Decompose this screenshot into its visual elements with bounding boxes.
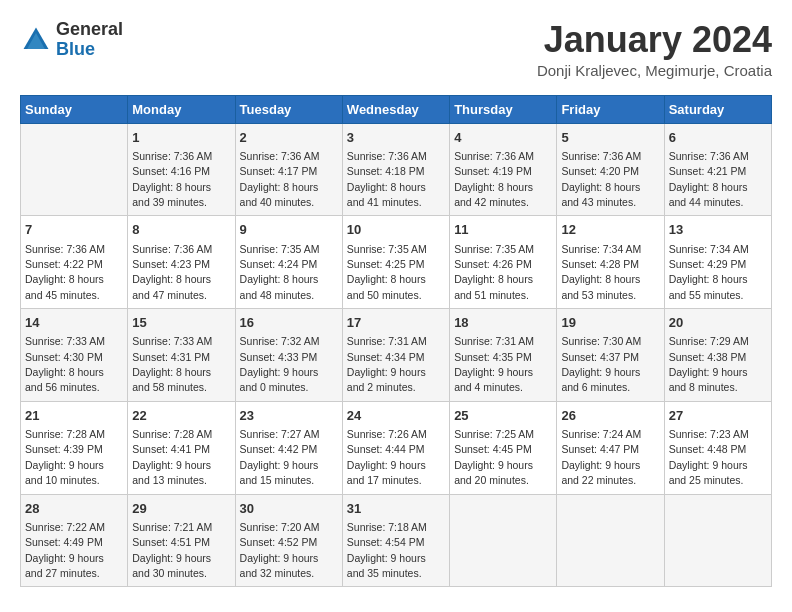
daylight-info: Daylight: 9 hours and 8 minutes. [669, 366, 748, 393]
sunrise-info: Sunrise: 7:36 AM [25, 243, 105, 255]
calendar-cell: 23 Sunrise: 7:27 AM Sunset: 4:42 PM Dayl… [235, 401, 342, 494]
day-number: 6 [669, 129, 767, 147]
sunrise-info: Sunrise: 7:36 AM [132, 243, 212, 255]
sunset-info: Sunset: 4:20 PM [561, 165, 639, 177]
day-number: 26 [561, 407, 659, 425]
sunrise-info: Sunrise: 7:34 AM [561, 243, 641, 255]
calendar-cell: 16 Sunrise: 7:32 AM Sunset: 4:33 PM Dayl… [235, 309, 342, 402]
daylight-info: Daylight: 8 hours and 53 minutes. [561, 273, 640, 300]
daylight-info: Daylight: 8 hours and 45 minutes. [25, 273, 104, 300]
logo-icon [20, 24, 52, 56]
sunset-info: Sunset: 4:45 PM [454, 443, 532, 455]
daylight-info: Daylight: 8 hours and 58 minutes. [132, 366, 211, 393]
daylight-info: Daylight: 8 hours and 51 minutes. [454, 273, 533, 300]
sunset-info: Sunset: 4:25 PM [347, 258, 425, 270]
sunset-info: Sunset: 4:41 PM [132, 443, 210, 455]
sunset-info: Sunset: 4:16 PM [132, 165, 210, 177]
sunrise-info: Sunrise: 7:35 AM [347, 243, 427, 255]
sunrise-info: Sunrise: 7:24 AM [561, 428, 641, 440]
calendar-cell: 19 Sunrise: 7:30 AM Sunset: 4:37 PM Dayl… [557, 309, 664, 402]
day-number: 15 [132, 314, 230, 332]
calendar-week-row: 7 Sunrise: 7:36 AM Sunset: 4:22 PM Dayli… [21, 216, 772, 309]
weekday-header: Tuesday [235, 95, 342, 123]
sunrise-info: Sunrise: 7:35 AM [454, 243, 534, 255]
day-number: 27 [669, 407, 767, 425]
logo-general: General [56, 19, 123, 39]
weekday-header: Saturday [664, 95, 771, 123]
daylight-info: Daylight: 8 hours and 41 minutes. [347, 181, 426, 208]
logo: General Blue [20, 20, 123, 60]
title-block: January 2024 Donji Kraljevec, Megimurje,… [537, 20, 772, 79]
calendar-cell: 9 Sunrise: 7:35 AM Sunset: 4:24 PM Dayli… [235, 216, 342, 309]
sunrise-info: Sunrise: 7:26 AM [347, 428, 427, 440]
calendar-subtitle: Donji Kraljevec, Megimurje, Croatia [537, 62, 772, 79]
daylight-info: Daylight: 8 hours and 50 minutes. [347, 273, 426, 300]
calendar-cell: 12 Sunrise: 7:34 AM Sunset: 4:28 PM Dayl… [557, 216, 664, 309]
calendar-cell [664, 494, 771, 587]
sunrise-info: Sunrise: 7:31 AM [454, 335, 534, 347]
daylight-info: Daylight: 8 hours and 44 minutes. [669, 181, 748, 208]
sunset-info: Sunset: 4:34 PM [347, 351, 425, 363]
sunset-info: Sunset: 4:22 PM [25, 258, 103, 270]
sunset-info: Sunset: 4:51 PM [132, 536, 210, 548]
calendar-cell: 11 Sunrise: 7:35 AM Sunset: 4:26 PM Dayl… [450, 216, 557, 309]
weekday-header: Wednesday [342, 95, 449, 123]
sunrise-info: Sunrise: 7:23 AM [669, 428, 749, 440]
calendar-cell: 7 Sunrise: 7:36 AM Sunset: 4:22 PM Dayli… [21, 216, 128, 309]
sunset-info: Sunset: 4:38 PM [669, 351, 747, 363]
sunrise-info: Sunrise: 7:25 AM [454, 428, 534, 440]
sunset-info: Sunset: 4:47 PM [561, 443, 639, 455]
calendar-cell: 29 Sunrise: 7:21 AM Sunset: 4:51 PM Dayl… [128, 494, 235, 587]
day-number: 17 [347, 314, 445, 332]
sunrise-info: Sunrise: 7:33 AM [25, 335, 105, 347]
calendar-cell: 17 Sunrise: 7:31 AM Sunset: 4:34 PM Dayl… [342, 309, 449, 402]
daylight-info: Daylight: 8 hours and 47 minutes. [132, 273, 211, 300]
day-number: 24 [347, 407, 445, 425]
calendar-cell: 13 Sunrise: 7:34 AM Sunset: 4:29 PM Dayl… [664, 216, 771, 309]
daylight-info: Daylight: 9 hours and 32 minutes. [240, 552, 319, 579]
sunrise-info: Sunrise: 7:36 AM [347, 150, 427, 162]
daylight-info: Daylight: 8 hours and 40 minutes. [240, 181, 319, 208]
calendar-week-row: 21 Sunrise: 7:28 AM Sunset: 4:39 PM Dayl… [21, 401, 772, 494]
calendar-cell: 10 Sunrise: 7:35 AM Sunset: 4:25 PM Dayl… [342, 216, 449, 309]
sunrise-info: Sunrise: 7:28 AM [25, 428, 105, 440]
sunset-info: Sunset: 4:52 PM [240, 536, 318, 548]
weekday-header: Monday [128, 95, 235, 123]
calendar-week-row: 1 Sunrise: 7:36 AM Sunset: 4:16 PM Dayli… [21, 123, 772, 216]
calendar-cell: 30 Sunrise: 7:20 AM Sunset: 4:52 PM Dayl… [235, 494, 342, 587]
calendar-cell: 26 Sunrise: 7:24 AM Sunset: 4:47 PM Dayl… [557, 401, 664, 494]
sunset-info: Sunset: 4:39 PM [25, 443, 103, 455]
sunset-info: Sunset: 4:37 PM [561, 351, 639, 363]
daylight-info: Daylight: 9 hours and 35 minutes. [347, 552, 426, 579]
calendar-cell: 22 Sunrise: 7:28 AM Sunset: 4:41 PM Dayl… [128, 401, 235, 494]
sunrise-info: Sunrise: 7:18 AM [347, 521, 427, 533]
calendar-cell: 15 Sunrise: 7:33 AM Sunset: 4:31 PM Dayl… [128, 309, 235, 402]
calendar-cell: 3 Sunrise: 7:36 AM Sunset: 4:18 PM Dayli… [342, 123, 449, 216]
calendar-cell: 21 Sunrise: 7:28 AM Sunset: 4:39 PM Dayl… [21, 401, 128, 494]
daylight-info: Daylight: 9 hours and 2 minutes. [347, 366, 426, 393]
sunrise-info: Sunrise: 7:36 AM [240, 150, 320, 162]
sunset-info: Sunset: 4:21 PM [669, 165, 747, 177]
calendar-week-row: 28 Sunrise: 7:22 AM Sunset: 4:49 PM Dayl… [21, 494, 772, 587]
sunrise-info: Sunrise: 7:29 AM [669, 335, 749, 347]
sunset-info: Sunset: 4:30 PM [25, 351, 103, 363]
calendar-cell [557, 494, 664, 587]
day-number: 2 [240, 129, 338, 147]
calendar-cell: 1 Sunrise: 7:36 AM Sunset: 4:16 PM Dayli… [128, 123, 235, 216]
sunset-info: Sunset: 4:17 PM [240, 165, 318, 177]
day-number: 16 [240, 314, 338, 332]
calendar-cell: 6 Sunrise: 7:36 AM Sunset: 4:21 PM Dayli… [664, 123, 771, 216]
sunset-info: Sunset: 4:54 PM [347, 536, 425, 548]
sunset-info: Sunset: 4:35 PM [454, 351, 532, 363]
sunrise-info: Sunrise: 7:20 AM [240, 521, 320, 533]
day-number: 1 [132, 129, 230, 147]
day-number: 5 [561, 129, 659, 147]
sunrise-info: Sunrise: 7:21 AM [132, 521, 212, 533]
daylight-info: Daylight: 8 hours and 42 minutes. [454, 181, 533, 208]
day-number: 3 [347, 129, 445, 147]
logo-text: General Blue [56, 20, 123, 60]
day-number: 19 [561, 314, 659, 332]
calendar-cell: 18 Sunrise: 7:31 AM Sunset: 4:35 PM Dayl… [450, 309, 557, 402]
daylight-info: Daylight: 9 hours and 20 minutes. [454, 459, 533, 486]
sunrise-info: Sunrise: 7:30 AM [561, 335, 641, 347]
